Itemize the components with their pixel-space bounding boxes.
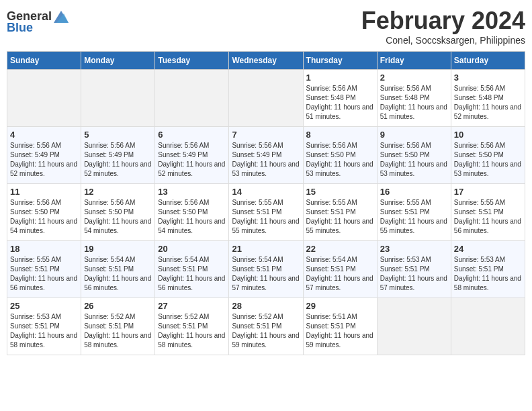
day-info: Sunrise: 5:56 AMSunset: 5:50 PMDaylight:…: [158, 198, 226, 236]
day-info: Sunrise: 5:55 AMSunset: 5:51 PMDaylight:…: [306, 198, 374, 236]
day-info: Sunrise: 5:56 AMSunset: 5:49 PMDaylight:…: [158, 141, 226, 179]
day-number: 3: [454, 73, 522, 83]
header-sunday: Sunday: [7, 52, 81, 70]
day-info: Sunrise: 5:54 AMSunset: 5:51 PMDaylight:…: [158, 255, 226, 293]
day-number: 7: [232, 130, 300, 140]
header-friday: Friday: [377, 52, 451, 70]
calendar-title: February 2024: [361, 7, 525, 35]
day-info: Sunrise: 5:56 AMSunset: 5:50 PMDaylight:…: [306, 141, 374, 179]
day-number: 11: [10, 187, 78, 197]
day-number: 9: [380, 130, 448, 140]
table-row: [7, 70, 81, 127]
week-row-2: 4Sunrise: 5:56 AMSunset: 5:49 PMDaylight…: [7, 127, 525, 184]
day-info: Sunrise: 5:51 AMSunset: 5:51 PMDaylight:…: [306, 312, 374, 350]
table-row: 24Sunrise: 5:53 AMSunset: 5:51 PMDayligh…: [451, 241, 525, 298]
day-number: 22: [306, 244, 374, 254]
table-row: 2Sunrise: 5:56 AMSunset: 5:48 PMDaylight…: [377, 70, 451, 127]
day-info: Sunrise: 5:52 AMSunset: 5:51 PMDaylight:…: [84, 312, 152, 350]
table-row: [81, 70, 155, 127]
table-row: 16Sunrise: 5:55 AMSunset: 5:51 PMDayligh…: [377, 184, 451, 241]
table-row: 23Sunrise: 5:53 AMSunset: 5:51 PMDayligh…: [377, 241, 451, 298]
day-number: 25: [10, 301, 78, 311]
day-info: Sunrise: 5:53 AMSunset: 5:51 PMDaylight:…: [380, 255, 448, 293]
table-row: 20Sunrise: 5:54 AMSunset: 5:51 PMDayligh…: [155, 241, 229, 298]
table-row: 15Sunrise: 5:55 AMSunset: 5:51 PMDayligh…: [303, 184, 377, 241]
day-number: 10: [454, 130, 522, 140]
calendar-table: Sunday Monday Tuesday Wednesday Thursday…: [7, 51, 525, 355]
week-row-4: 18Sunrise: 5:55 AMSunset: 5:51 PMDayligh…: [7, 241, 525, 298]
day-number: 14: [232, 187, 300, 197]
day-info: Sunrise: 5:55 AMSunset: 5:51 PMDaylight:…: [380, 198, 448, 236]
day-info: Sunrise: 5:56 AMSunset: 5:48 PMDaylight:…: [454, 84, 522, 122]
day-number: 4: [10, 130, 78, 140]
table-row: 11Sunrise: 5:56 AMSunset: 5:50 PMDayligh…: [7, 184, 81, 241]
table-row: [451, 298, 525, 355]
day-number: 24: [454, 244, 522, 254]
table-row: 17Sunrise: 5:55 AMSunset: 5:51 PMDayligh…: [451, 184, 525, 241]
day-info: Sunrise: 5:53 AMSunset: 5:51 PMDaylight:…: [10, 312, 78, 350]
day-number: 8: [306, 130, 374, 140]
table-row: 21Sunrise: 5:54 AMSunset: 5:51 PMDayligh…: [229, 241, 303, 298]
header-thursday: Thursday: [303, 52, 377, 70]
header-saturday: Saturday: [451, 52, 525, 70]
table-row: 6Sunrise: 5:56 AMSunset: 5:49 PMDaylight…: [155, 127, 229, 184]
header-monday: Monday: [81, 52, 155, 70]
table-row: 1Sunrise: 5:56 AMSunset: 5:48 PMDaylight…: [303, 70, 377, 127]
table-row: 5Sunrise: 5:56 AMSunset: 5:49 PMDaylight…: [81, 127, 155, 184]
table-row: [229, 70, 303, 127]
table-row: 29Sunrise: 5:51 AMSunset: 5:51 PMDayligh…: [303, 298, 377, 355]
day-number: 17: [454, 187, 522, 197]
day-number: 1: [306, 73, 374, 83]
day-number: 13: [158, 187, 226, 197]
table-row: 3Sunrise: 5:56 AMSunset: 5:48 PMDaylight…: [451, 70, 525, 127]
table-row: 22Sunrise: 5:54 AMSunset: 5:51 PMDayligh…: [303, 241, 377, 298]
table-row: 14Sunrise: 5:55 AMSunset: 5:51 PMDayligh…: [229, 184, 303, 241]
title-section: February 2024 Conel, Soccsksargen, Phili…: [361, 7, 525, 46]
day-number: 21: [232, 244, 300, 254]
day-number: 16: [380, 187, 448, 197]
day-number: 6: [158, 130, 226, 140]
table-row: [155, 70, 229, 127]
table-row: 7Sunrise: 5:56 AMSunset: 5:49 PMDaylight…: [229, 127, 303, 184]
header-wednesday: Wednesday: [229, 52, 303, 70]
day-number: 26: [84, 301, 152, 311]
day-info: Sunrise: 5:52 AMSunset: 5:51 PMDaylight:…: [232, 312, 300, 350]
day-number: 12: [84, 187, 152, 197]
table-row: 26Sunrise: 5:52 AMSunset: 5:51 PMDayligh…: [81, 298, 155, 355]
week-row-5: 25Sunrise: 5:53 AMSunset: 5:51 PMDayligh…: [7, 298, 525, 355]
day-info: Sunrise: 5:56 AMSunset: 5:49 PMDaylight:…: [10, 141, 78, 179]
day-info: Sunrise: 5:56 AMSunset: 5:50 PMDaylight:…: [380, 141, 448, 179]
day-number: 23: [380, 244, 448, 254]
day-info: Sunrise: 5:56 AMSunset: 5:49 PMDaylight:…: [232, 141, 300, 179]
day-info: Sunrise: 5:56 AMSunset: 5:48 PMDaylight:…: [306, 84, 374, 122]
day-number: 29: [306, 301, 374, 311]
day-number: 20: [158, 244, 226, 254]
day-info: Sunrise: 5:53 AMSunset: 5:51 PMDaylight:…: [454, 255, 522, 293]
day-info: Sunrise: 5:56 AMSunset: 5:50 PMDaylight:…: [10, 198, 78, 236]
page-header: General Blue February 2024 Conel, Soccsk…: [7, 7, 525, 46]
day-info: Sunrise: 5:55 AMSunset: 5:51 PMDaylight:…: [454, 198, 522, 236]
day-info: Sunrise: 5:52 AMSunset: 5:51 PMDaylight:…: [158, 312, 226, 350]
day-info: Sunrise: 5:54 AMSunset: 5:51 PMDaylight:…: [306, 255, 374, 293]
logo-blue: Blue: [7, 21, 33, 35]
day-info: Sunrise: 5:55 AMSunset: 5:51 PMDaylight:…: [10, 255, 78, 293]
day-number: 28: [232, 301, 300, 311]
table-row: 9Sunrise: 5:56 AMSunset: 5:50 PMDaylight…: [377, 127, 451, 184]
day-info: Sunrise: 5:56 AMSunset: 5:50 PMDaylight:…: [454, 141, 522, 179]
day-number: 5: [84, 130, 152, 140]
table-row: 25Sunrise: 5:53 AMSunset: 5:51 PMDayligh…: [7, 298, 81, 355]
logo: General Blue: [7, 9, 69, 35]
day-number: 2: [380, 73, 448, 83]
day-number: 18: [10, 244, 78, 254]
table-row: 27Sunrise: 5:52 AMSunset: 5:51 PMDayligh…: [155, 298, 229, 355]
day-info: Sunrise: 5:54 AMSunset: 5:51 PMDaylight:…: [232, 255, 300, 293]
day-number: 15: [306, 187, 374, 197]
week-row-3: 11Sunrise: 5:56 AMSunset: 5:50 PMDayligh…: [7, 184, 525, 241]
day-info: Sunrise: 5:56 AMSunset: 5:49 PMDaylight:…: [84, 141, 152, 179]
table-row: 13Sunrise: 5:56 AMSunset: 5:50 PMDayligh…: [155, 184, 229, 241]
day-number: 19: [84, 244, 152, 254]
day-info: Sunrise: 5:56 AMSunset: 5:50 PMDaylight:…: [84, 198, 152, 236]
table-row: 28Sunrise: 5:52 AMSunset: 5:51 PMDayligh…: [229, 298, 303, 355]
day-number: 27: [158, 301, 226, 311]
logo-icon: [54, 11, 69, 23]
